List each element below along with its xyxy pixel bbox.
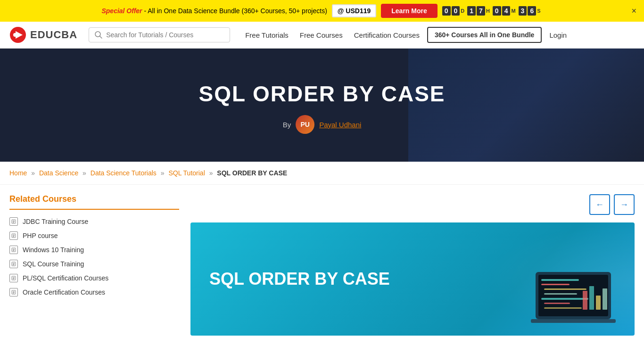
- course-list-item[interactable]: PHP course: [9, 231, 179, 240]
- educba-logo-icon: [9, 26, 26, 43]
- course-list-item[interactable]: Oracle Certification Courses: [9, 288, 179, 296]
- banner-description: - All in One Data Science Bundle (360+ C…: [142, 7, 327, 15]
- carousel-prev-button[interactable]: ←: [589, 194, 610, 215]
- breadcrumb-sep-4: »: [209, 169, 213, 177]
- course-name: PHP course: [23, 232, 58, 239]
- course-list: JDBC Training Course PHP course: [9, 217, 179, 296]
- svg-rect-31: [541, 279, 579, 281]
- mins-tens: 0: [493, 6, 501, 16]
- svg-rect-41: [596, 296, 601, 310]
- countdown-timer: 00D 17H 04M 36S: [442, 6, 543, 16]
- course-list-item[interactable]: SQL Course Training: [9, 260, 179, 268]
- course-list-item[interactable]: Windows 10 Training: [9, 246, 179, 254]
- course-name: PL/SQL Certification Courses: [23, 274, 108, 282]
- svg-rect-40: [589, 286, 594, 310]
- right-content: ← → SQL ORDER BY CASE: [190, 194, 635, 336]
- main-content: Related Courses JDBC Training Course: [0, 185, 644, 345]
- search-bar[interactable]: [89, 27, 230, 42]
- breadcrumb-data-science[interactable]: Data Science: [39, 169, 78, 177]
- breadcrumb-sep-3: »: [161, 169, 165, 177]
- author-initials: PU: [300, 121, 309, 128]
- svg-rect-38: [531, 319, 616, 323]
- svg-point-2: [13, 33, 17, 37]
- logo-link[interactable]: EDUCBA: [9, 26, 77, 43]
- hero-author: By PU Payal Udhani: [283, 115, 362, 134]
- nav-free-tutorials[interactable]: Free Tutorials: [241, 28, 292, 42]
- search-input[interactable]: [106, 31, 224, 39]
- author-name[interactable]: Payal Udhani: [319, 121, 361, 129]
- days-tens: 0: [442, 6, 451, 16]
- hero-title: SQL ORDER BY CASE: [198, 81, 445, 107]
- course-name: SQL Course Training: [23, 260, 84, 268]
- svg-line-4: [100, 36, 102, 39]
- banner-price: @ USD119: [332, 4, 376, 17]
- course-icon: [9, 231, 18, 240]
- top-banner: Special Offer - All in One Data Science …: [0, 0, 644, 22]
- learn-more-button[interactable]: Learn More: [381, 4, 437, 18]
- breadcrumb-sep-1: »: [31, 169, 35, 177]
- sidebar: Related Courses JDBC Training Course: [9, 194, 179, 336]
- breadcrumb-sep-2: »: [83, 169, 86, 177]
- hours-units: 7: [477, 6, 485, 16]
- nav-certification-courses[interactable]: Certification Courses: [350, 28, 423, 42]
- featured-title: SQL ORDER BY CASE: [209, 269, 390, 289]
- secs-tens: 3: [519, 6, 527, 16]
- mins-label: M: [511, 8, 515, 14]
- hero-section: SQL ORDER BY CASE By PU Payal Udhani: [0, 49, 644, 162]
- hours-label: H: [486, 8, 490, 14]
- hours-tens: 1: [467, 6, 476, 16]
- svg-rect-34: [544, 293, 577, 295]
- author-avatar: PU: [296, 115, 314, 134]
- mins-units: 4: [502, 6, 511, 16]
- course-icon: [9, 217, 18, 226]
- svg-rect-37: [544, 307, 582, 309]
- days-units: 0: [452, 6, 460, 16]
- breadcrumb-current: SQL ORDER BY CASE: [217, 169, 287, 177]
- featured-image: SQL ORDER BY CASE: [190, 222, 635, 336]
- hero-by-label: By: [283, 121, 291, 129]
- laptop-illustration: [526, 265, 620, 336]
- logo-text: EDUCBA: [30, 29, 77, 41]
- course-icon: [9, 274, 18, 282]
- nav-links: Free Tutorials Free Courses Certificatio…: [241, 27, 567, 43]
- nav-free-courses[interactable]: Free Courses: [296, 28, 347, 42]
- secs-units: 6: [528, 6, 536, 16]
- login-link[interactable]: Login: [549, 31, 567, 39]
- secs-label: S: [537, 8, 540, 14]
- navbar: EDUCBA Free Tutorials Free Courses Certi…: [0, 22, 644, 49]
- special-offer-label: Special Offer: [101, 7, 142, 15]
- breadcrumb-sql-tutorial[interactable]: SQL Tutorial: [168, 169, 205, 177]
- svg-rect-32: [541, 284, 570, 285]
- carousel-next-button[interactable]: →: [614, 194, 635, 215]
- svg-rect-35: [541, 298, 588, 300]
- course-icon: [9, 246, 18, 254]
- course-name: Oracle Certification Courses: [23, 288, 105, 296]
- svg-rect-42: [603, 288, 607, 310]
- banner-text: Special Offer - All in One Data Science …: [101, 7, 327, 15]
- course-name: Windows 10 Training: [23, 246, 84, 254]
- bundle-button[interactable]: 360+ Courses All in One Bundle: [427, 27, 542, 43]
- course-list-item[interactable]: JDBC Training Course: [9, 217, 179, 226]
- course-icon: [9, 260, 18, 268]
- svg-rect-33: [544, 288, 586, 290]
- breadcrumb-ds-tutorials[interactable]: Data Science Tutorials: [91, 169, 157, 177]
- breadcrumb: Home » Data Science » Data Science Tutor…: [0, 162, 644, 185]
- breadcrumb-home[interactable]: Home: [9, 169, 27, 177]
- svg-rect-36: [544, 303, 570, 304]
- svg-rect-39: [583, 291, 587, 310]
- related-courses-title: Related Courses: [9, 194, 179, 210]
- course-list-item[interactable]: PL/SQL Certification Courses: [9, 274, 179, 282]
- course-icon: [9, 288, 18, 296]
- close-banner-button[interactable]: ×: [631, 6, 636, 16]
- course-name: JDBC Training Course: [23, 218, 88, 225]
- days-label: D: [461, 8, 464, 14]
- search-icon: [95, 31, 102, 39]
- carousel-nav: ← →: [190, 194, 635, 215]
